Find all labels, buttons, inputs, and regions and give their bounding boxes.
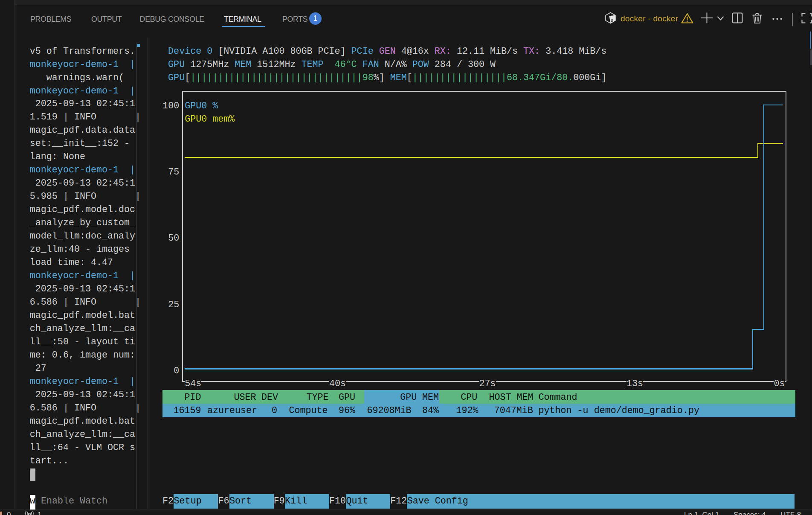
svg-text:$,: $,: [611, 18, 615, 23]
